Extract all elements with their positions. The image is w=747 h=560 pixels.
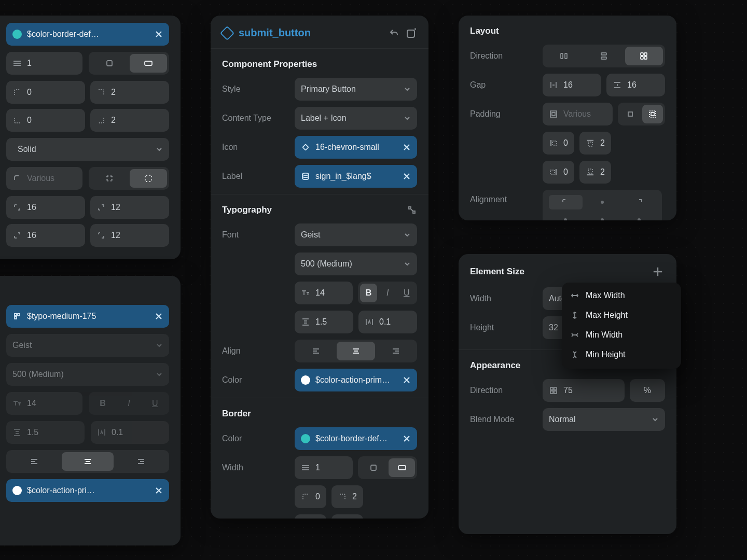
tr-field[interactable]: 2: [90, 81, 169, 104]
weight-select[interactable]: 500 (Medium): [6, 363, 169, 386]
border-style-select[interactable]: Solid: [6, 138, 169, 161]
p-br[interactable]: 2: [579, 161, 611, 184]
share-icon[interactable]: [388, 27, 399, 39]
p-tl[interactable]: 0: [543, 132, 574, 155]
gap-y-field[interactable]: 16: [606, 74, 665, 96]
tl-field[interactable]: 0: [6, 81, 85, 104]
radius-mode-a[interactable]: [91, 169, 128, 188]
b-bl[interactable]: 0: [295, 514, 326, 519]
align-left[interactable]: [8, 452, 60, 471]
chevron-down-icon: [156, 146, 163, 153]
letter-spacing-field[interactable]: 0.1: [91, 421, 169, 444]
typo-token-chip[interactable]: $typo-medium-175: [6, 305, 169, 328]
align-mr[interactable]: [622, 213, 656, 220]
italic-toggle-c[interactable]: I: [379, 284, 396, 302]
bold-toggle[interactable]: B: [91, 394, 115, 413]
svg-point-4: [302, 173, 309, 175]
bmode-a[interactable]: [360, 458, 386, 477]
chip-text: $color-border-def…: [27, 30, 149, 39]
b-tl[interactable]: 0: [295, 485, 326, 508]
p-tr[interactable]: 2: [579, 132, 611, 155]
radius-bl[interactable]: 16: [6, 224, 85, 247]
svg-rect-26: [550, 391, 553, 394]
close-icon[interactable]: [403, 376, 411, 384]
text-color-chip[interactable]: $color-action-pri…: [6, 479, 169, 502]
close-icon[interactable]: [403, 143, 411, 151]
svg-rect-7: [561, 53, 563, 59]
icon-token-chip[interactable]: 16-chevron-small: [295, 136, 417, 159]
align-mc[interactable]: [586, 213, 619, 220]
align-center-c[interactable]: [337, 342, 375, 360]
close-icon[interactable]: [155, 312, 163, 320]
br-field[interactable]: 2: [90, 109, 169, 132]
menu-max-height[interactable]: Max Height: [562, 305, 681, 325]
border-color-chip[interactable]: $color-border-def…: [6, 23, 169, 46]
italic-toggle[interactable]: I: [117, 394, 141, 413]
line-height-field-c[interactable]: 1.5: [295, 311, 353, 333]
add-variant-icon[interactable]: [406, 27, 417, 39]
svg-rect-2: [407, 30, 414, 37]
font-size-field-c[interactable]: 14: [295, 282, 353, 304]
radius-mode-b[interactable]: [130, 169, 167, 188]
blend-mode-select[interactable]: Normal: [543, 408, 665, 431]
menu-min-height[interactable]: Min Height: [562, 345, 681, 365]
typography-heading: Typography: [222, 205, 272, 215]
close-icon[interactable]: [155, 486, 163, 495]
b-br[interactable]: 2: [331, 514, 363, 519]
weight-select-c[interactable]: 500 (Medium): [295, 253, 417, 275]
font-select-c[interactable]: Geist: [295, 223, 417, 246]
direction-row[interactable]: [545, 47, 583, 65]
align-right-c[interactable]: [377, 342, 415, 360]
detach-icon[interactable]: [407, 205, 417, 215]
b-tr[interactable]: 2: [331, 485, 363, 508]
align-tc[interactable]: [586, 195, 619, 209]
border-width-field[interactable]: 1: [6, 52, 82, 75]
radius-br[interactable]: 12: [90, 224, 169, 247]
letter-spacing-field-c[interactable]: 0.1: [358, 311, 417, 333]
text-color-chip-c[interactable]: $color-action-prim…: [295, 369, 417, 391]
content-type-select[interactable]: Label + Icon: [295, 107, 417, 130]
close-icon[interactable]: [403, 172, 411, 180]
p-bl[interactable]: 0: [543, 161, 574, 184]
align-left-c[interactable]: [297, 342, 335, 360]
align-tr[interactable]: [622, 195, 656, 209]
min-height-icon: [570, 350, 579, 359]
direction-column[interactable]: [585, 47, 622, 65]
underline-toggle-c[interactable]: U: [398, 284, 415, 302]
mode-uniform[interactable]: [130, 54, 167, 73]
alignment-grid: [543, 190, 662, 220]
bmode-b[interactable]: [389, 458, 415, 477]
underline-toggle[interactable]: U: [143, 394, 167, 413]
close-icon[interactable]: [155, 30, 163, 38]
border-width-field-c[interactable]: 1: [295, 456, 353, 479]
padmode-b[interactable]: [642, 105, 663, 123]
align-center[interactable]: [62, 452, 113, 471]
gap-x-field[interactable]: 16: [543, 74, 601, 96]
font-select[interactable]: Geist: [6, 334, 169, 357]
align-ml[interactable]: [549, 213, 583, 220]
component-properties-heading: Component Properties: [222, 49, 417, 78]
opacity-field[interactable]: 75: [543, 379, 625, 402]
corner-various[interactable]: Various: [6, 167, 82, 190]
border-heading: Border: [222, 398, 417, 427]
align-tl[interactable]: [549, 195, 583, 209]
add-size-constraint[interactable]: [651, 264, 665, 279]
font-size-field[interactable]: 14: [6, 392, 82, 415]
line-height-field[interactable]: 1.5: [6, 421, 85, 444]
direction-wrap[interactable]: [625, 47, 663, 65]
mode-individual[interactable]: [91, 54, 128, 73]
close-icon[interactable]: [403, 435, 411, 443]
border-color-chip-c[interactable]: $color-border-def…: [295, 427, 417, 450]
padmode-a[interactable]: [620, 105, 641, 123]
radius-tr[interactable]: 12: [90, 196, 169, 219]
radius-tl[interactable]: 16: [6, 196, 85, 219]
bold-toggle-c[interactable]: B: [360, 284, 377, 302]
svg-rect-27: [554, 391, 557, 394]
menu-min-width[interactable]: Min Width: [562, 325, 681, 345]
label-token-chip[interactable]: sign_in_$lang$: [295, 165, 417, 188]
align-right[interactable]: [116, 452, 167, 471]
style-select[interactable]: Primary Button: [295, 78, 417, 101]
menu-max-width[interactable]: Max Width: [562, 286, 681, 305]
padding-field[interactable]: Various: [543, 103, 613, 125]
bl-field[interactable]: 0: [6, 109, 85, 132]
